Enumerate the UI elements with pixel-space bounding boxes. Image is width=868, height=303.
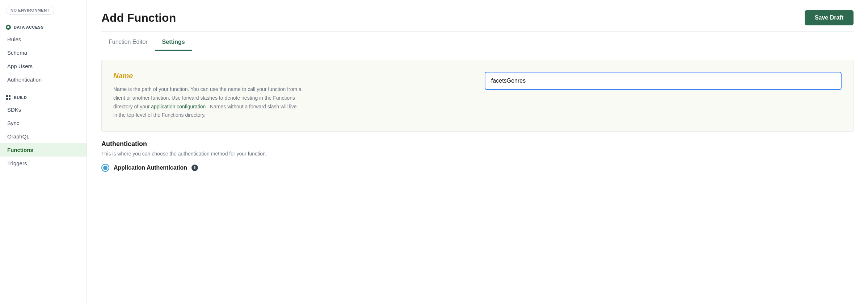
sidebar-item-rules[interactable]: Rules [0, 33, 87, 46]
main-header: Add Function Save Draft [87, 0, 868, 25]
function-name-input[interactable] [485, 72, 842, 90]
sidebar-data-access-items: RulesSchemaApp UsersAuthentication [0, 33, 87, 86]
svg-rect-3 [9, 98, 10, 100]
main-content: Add Function Save Draft Function EditorS… [87, 0, 868, 303]
sidebar-item-app-users[interactable]: App Users [0, 59, 87, 73]
auth-option-application: Application Authentication ℹ [101, 164, 854, 172]
page-title: Add Function [101, 11, 176, 25]
sidebar-item-schema[interactable]: Schema [0, 46, 87, 59]
auth-radio-button[interactable] [101, 164, 109, 172]
sidebar-item-graphql[interactable]: GraphQL [0, 130, 87, 143]
sidebar-item-sync[interactable]: Sync [0, 116, 87, 130]
name-section-title: Name [113, 72, 470, 80]
auth-option-label: Application Authentication [114, 165, 187, 171]
auth-section-desc: This is where you can choose the authent… [101, 151, 854, 157]
sidebar-item-functions[interactable]: Functions [0, 143, 87, 157]
name-section: Name Name is the path of your function. … [101, 60, 854, 132]
auth-info-icon[interactable]: ℹ [191, 165, 198, 171]
auth-radio-inner [103, 166, 108, 170]
tab-settings[interactable]: Settings [155, 33, 192, 51]
svg-rect-0 [6, 95, 8, 97]
data-access-icon [6, 25, 11, 30]
app-config-link[interactable]: application configuration [151, 104, 206, 109]
svg-rect-2 [6, 98, 8, 100]
name-section-left: Name Name is the path of your function. … [113, 72, 470, 120]
name-section-right [485, 72, 842, 90]
auth-section: Authentication This is where you can cho… [101, 140, 854, 189]
save-draft-button[interactable]: Save Draft [805, 10, 854, 25]
data-access-header: DATA ACCESS [0, 22, 87, 33]
sidebar-item-sdks[interactable]: SDKs [0, 103, 87, 116]
sidebar-item-triggers[interactable]: Triggers [0, 157, 87, 170]
sidebar-item-authentication[interactable]: Authentication [0, 73, 87, 86]
auth-section-title: Authentication [101, 140, 854, 148]
tab-function-editor[interactable]: Function Editor [101, 33, 155, 51]
tabs-bar: Function EditorSettings [87, 33, 868, 51]
main-content-area: Name Name is the path of your function. … [87, 51, 868, 303]
env-badge[interactable]: NO ENVIRONMENT [6, 6, 54, 14]
name-section-desc: Name is the path of your function. You c… [113, 85, 302, 120]
sidebar-build-items: SDKsSyncGraphQLFunctionsTriggers [0, 103, 87, 170]
build-header: BUILD [0, 92, 87, 103]
build-icon [6, 95, 11, 100]
tabs-container: Function EditorSettings [101, 33, 192, 51]
header-divider [101, 31, 854, 32]
sidebar: NO ENVIRONMENT DATA ACCESS RulesSchemaAp… [0, 0, 87, 303]
svg-rect-1 [9, 95, 10, 97]
